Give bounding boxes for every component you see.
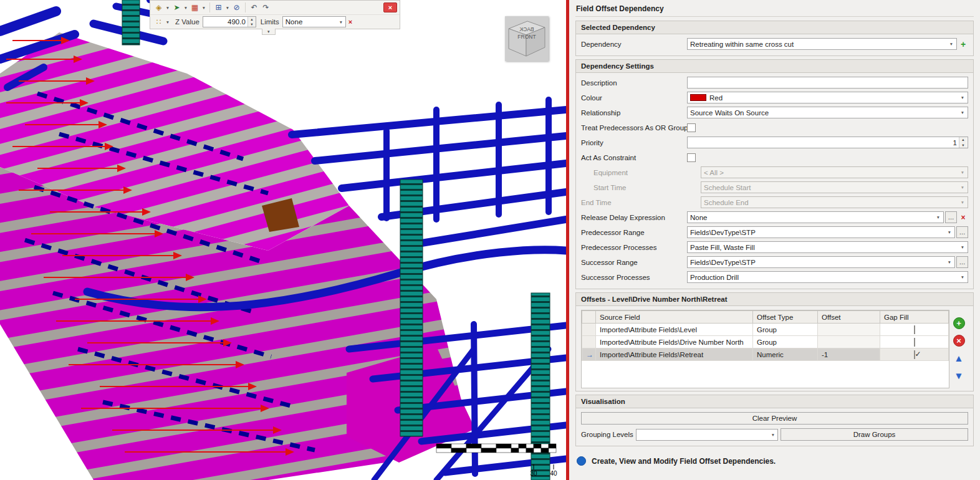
gap-fill-checkbox[interactable] [914,338,915,347]
successor-range-value: Fields\DevType\STP [690,259,945,266]
chevron-down-icon[interactable]: ▾ [958,274,967,280]
release-delay-select[interactable]: None ▾ [687,211,944,223]
measure-tool-icon[interactable]: ◈ [153,2,165,13]
link-tool-icon[interactable]: ⊞ [213,2,224,13]
gap-fill-column-header[interactable]: Gap Fill [880,311,949,324]
chevron-down-icon[interactable]: ▾ [945,259,954,265]
close-toolbar-button[interactable]: × [383,2,397,12]
chevron-down-icon[interactable]: ▾ [224,5,231,11]
offset-cell[interactable] [818,336,880,348]
offset-column-header[interactable]: Offset [818,311,880,324]
undo-icon[interactable]: ↶ [248,2,260,13]
offset-type-cell[interactable]: Group [753,324,818,336]
colour-select[interactable]: Red ▾ [687,92,968,103]
chevron-down-icon[interactable]: ▾ [958,244,967,250]
relationship-select[interactable]: Source Waits On Source ▾ [687,107,968,118]
chevron-down-icon[interactable]: ▾ [165,19,171,25]
chevron-down-icon[interactable]: ▾ [201,5,207,11]
row-selector[interactable] [582,336,596,348]
add-dependency-icon[interactable]: + [958,39,968,49]
table-row[interactable]: → Imported\Attribute Fields\Retreat Nume… [582,348,949,361]
treat-or-checkbox[interactable] [687,123,696,132]
successor-processes-value: Production Drill [690,274,958,281]
z-value-spinner[interactable]: ▴ ▾ [247,17,256,27]
chevron-down-icon[interactable]: ▾ [945,229,954,235]
act-constraint-checkbox[interactable] [687,153,696,162]
release-delay-ellipsis-button[interactable]: … [945,211,957,223]
predecessor-range-select[interactable]: Fields\DevType\STP ▾ [687,226,955,238]
offset-cell[interactable]: -1 [818,348,880,361]
chevron-down-icon[interactable]: ▾ [165,5,171,11]
offset-type-column-header[interactable]: Offset Type [753,311,818,324]
offset-type-cell[interactable]: Numeric [753,348,818,361]
pointer-tool-icon[interactable]: ➤ [171,2,183,13]
release-delay-label: Release Delay Expression [581,214,687,221]
grouping-levels-select[interactable]: ▾ [636,429,778,441]
table-row[interactable]: Imported\Attribute Fields\Level Group [582,324,949,336]
row-selector[interactable]: → [582,348,596,361]
source-field-cell[interactable]: Imported\Attribute Fields\Drive Number N… [596,336,753,348]
gap-fill-cell[interactable] [880,336,949,348]
grouping-levels-row: Grouping Levels ▾ Draw Groups [581,428,968,441]
limits-clear-icon[interactable]: × [348,18,352,26]
view-cube[interactable]: BACK FRONT [505,16,549,61]
successor-processes-select[interactable]: Production Drill ▾ [687,271,968,283]
dependency-label: Dependency [581,41,687,48]
spin-up-icon[interactable]: ▴ [962,137,964,142]
add-offset-button[interactable]: + [953,317,965,329]
grid-tool-icon[interactable]: ▦ [189,2,201,13]
release-delay-clear-icon[interactable]: × [958,213,968,222]
predecessor-range-ellipsis-button[interactable]: … [956,226,968,238]
colour-swatch [690,94,706,101]
source-field-cell[interactable]: Imported\Attribute Fields\Level [596,324,753,336]
chevron-down-icon[interactable]: ▾ [958,95,967,100]
gap-fill-cell[interactable] [880,348,949,361]
move-up-button[interactable]: ▲ [953,352,965,364]
spin-down-icon[interactable]: ▾ [251,22,252,27]
chevron-down-icon[interactable]: ▾ [183,5,189,11]
toolbar-separator [209,2,210,12]
dependency-settings-group: Dependency Settings Description Colour R… [575,59,974,289]
gap-fill-checkbox[interactable] [914,350,915,359]
redo-icon[interactable]: ↷ [260,2,272,13]
toolbar-overflow-chevron-icon[interactable]: ▾ [262,29,276,35]
chevron-down-icon[interactable]: ▾ [958,110,967,115]
mirror-tool-icon[interactable]: ⊘ [231,2,243,13]
priority-spin-buttons[interactable]: ▴ ▾ [959,137,967,148]
successor-range-ellipsis-button[interactable]: … [956,256,968,268]
successor-range-row: Successor Range Fields\DevType\STP ▾ … [581,256,968,268]
panel-splitter[interactable] [566,0,569,480]
row-selector[interactable] [582,324,596,336]
relationship-label: Relationship [581,109,687,117]
draw-groups-button[interactable]: Draw Groups [781,428,968,441]
move-down-button[interactable]: ▼ [953,370,965,382]
successor-range-select[interactable]: Fields\DevType\STP ▾ [687,256,955,268]
chevron-down-icon[interactable]: ▾ [947,41,956,47]
gap-fill-cell[interactable] [880,324,949,336]
source-field-column-header[interactable]: Source Field [596,311,753,324]
predecessor-processes-select[interactable]: Paste Fill, Waste Fill ▾ [687,241,968,253]
offset-type-cell[interactable]: Group [753,336,818,348]
delete-offset-button[interactable]: × [953,335,965,347]
table-row[interactable]: Imported\Attribute Fields\Drive Number N… [582,336,949,348]
limits-select[interactable]: None ▾ [282,16,346,27]
act-constraint-row: Act As Constraint [581,151,968,163]
field-offset-dependency-panel: Field Offset Dependency Selected Depende… [569,0,980,480]
chevron-down-icon[interactable]: ▾ [934,214,943,220]
3d-viewport[interactable]: 30 40 ◈ ▾ ➤ ▾ ▦ ▾ ⊞ ▾ ⊘ ↶ ↷ × [0,0,566,480]
description-input[interactable] [687,77,968,89]
snap-settings-icon[interactable]: ∷ [153,17,165,27]
spin-down-icon[interactable]: ▾ [962,143,964,148]
source-field-cell[interactable]: Imported\Attribute Fields\Retreat [596,348,753,361]
z-value-input[interactable]: 490.0 ▴ ▾ [203,16,256,27]
panel-footer: Create, View and Modify Field Offset Dep… [575,456,974,466]
toolbar-row-1: ◈ ▾ ➤ ▾ ▦ ▾ ⊞ ▾ ⊘ ↶ ↷ × [150,1,400,14]
z-value-label: Z Value [175,18,199,26]
dependency-select[interactable]: Retreating within same cross cut ▾ [687,38,957,50]
gap-fill-checkbox[interactable] [914,325,915,334]
offset-cell[interactable] [818,324,880,336]
priority-spinner[interactable]: 1 ▴ ▾ [687,137,968,148]
clear-preview-button[interactable]: Clear Preview [581,412,968,425]
chevron-down-icon[interactable]: ▾ [769,432,777,438]
spin-up-icon[interactable]: ▴ [251,17,252,22]
